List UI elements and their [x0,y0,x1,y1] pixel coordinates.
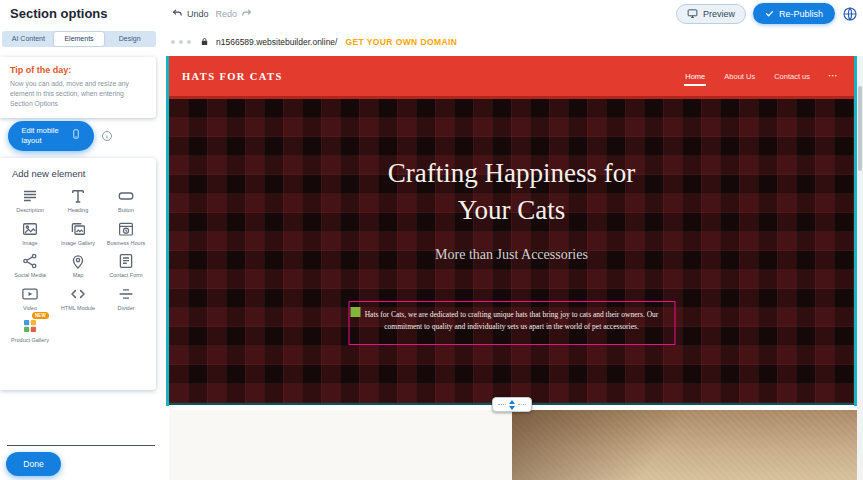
nav-about-us[interactable]: About Us [723,67,756,86]
sidebar-tabs: AI Content Elements Design [2,31,156,47]
element-grid: Description Heading Button Image [6,187,150,344]
element-label: Description [16,207,44,214]
element-label: Divider [117,305,134,312]
window-dot-icon [171,40,175,44]
undo-button[interactable]: Undo [172,8,209,19]
scrollbar-thumb[interactable] [858,86,862,171]
nav-home[interactable]: Home [684,67,706,86]
nav-contact-us[interactable]: Contact us [773,67,811,86]
sidebar: AI Content Elements Design Tip of the da… [0,28,166,480]
element-business-hours[interactable]: Business Hours [102,220,150,247]
element-contact-form[interactable]: Contact Form [102,252,150,279]
topbar-actions: Preview Re-Publish [676,3,858,24]
site-nav: Home About Us Contact us ⋯ [684,67,838,86]
info-icon[interactable] [101,130,113,142]
hero-heading-line1: Crafting Happiness for [169,155,854,192]
monitor-icon [687,8,698,19]
html-module-icon [69,285,87,303]
undo-icon [172,8,183,19]
resize-arrows-icon [509,400,515,410]
element-label: Image Gallery [61,240,95,247]
element-divider[interactable]: Divider [102,285,150,312]
element-label: Map [73,272,84,279]
handle-dots-left [498,404,506,405]
topbar: Section options Undo Redo Preview Re-P [0,0,863,28]
globe-icon[interactable] [842,6,858,22]
hero-heading-line2: Your Cats [169,192,854,229]
preview-button[interactable]: Preview [676,4,746,24]
social-media-icon [21,252,39,270]
sidebar-divider [7,445,155,446]
handle-dots-right [518,404,526,405]
undo-redo-group: Undo Redo [172,8,252,19]
element-html-module[interactable]: HTML Module [54,285,102,312]
nav-more-icon[interactable]: ⋯ [828,71,838,81]
browser-address-bar: n1566589.websitebuilder.online/ GET YOUR… [166,28,863,56]
add-element-title: Add new element [12,168,150,179]
editor-canvas: n1566589.websitebuilder.online/ GET YOUR… [166,28,863,480]
lock-icon [200,37,209,48]
element-label: Business Hours [107,240,146,247]
element-social-media[interactable]: Social Media [6,252,54,279]
element-label: Heading [68,207,89,214]
hero-section[interactable]: Crafting Happiness for Your Cats More th… [169,99,854,405]
element-button[interactable]: Button [102,187,150,214]
republish-label: Re-Publish [779,9,823,19]
tab-ai-content[interactable]: AI Content [3,32,54,46]
element-label: Button [118,207,134,214]
element-description[interactable]: Description [6,187,54,214]
map-icon [69,252,87,270]
image-gallery-icon [69,220,87,238]
video-icon [21,285,39,303]
preview-label: Preview [703,9,735,19]
product-gallery-icon: NEW [21,317,39,335]
element-label: Product Gallery [11,337,49,344]
tab-design[interactable]: Design [104,32,155,46]
hero-heading[interactable]: Crafting Happiness for Your Cats [169,99,854,230]
element-product-gallery[interactable]: NEW Product Gallery [6,317,54,344]
element-label: Image [22,240,37,247]
element-image[interactable]: Image [6,220,54,247]
site-header[interactable]: HATS FOR CATS Home About Us Contact us ⋯ [169,56,854,99]
element-label: Social Media [14,272,46,279]
element-label: Contact Form [109,272,142,279]
divider-icon [117,285,135,303]
done-button[interactable]: Done [6,452,61,476]
contact-form-icon [117,252,135,270]
republish-button[interactable]: Re-Publish [753,3,835,24]
hero-subheading[interactable]: More than Just Accessories [169,247,854,263]
window-dot-icon [179,40,183,44]
hero-text-element-selected[interactable]: Hats for Cats, we are dedicated to craft… [348,301,675,345]
element-heading[interactable]: Heading [54,187,102,214]
phone-icon [71,129,81,144]
get-domain-link[interactable]: GET YOUR OWN DOMAIN [345,37,457,47]
site-logo[interactable]: HATS FOR CATS [182,71,283,82]
image-icon [21,220,39,238]
element-drag-handle[interactable] [350,307,360,317]
redo-label: Redo [216,9,238,19]
section-selection-edge-left [166,56,169,406]
scrollbar-track[interactable] [857,56,863,480]
next-section[interactable] [169,410,857,480]
site-url[interactable]: n1566589.websitebuilder.online/ [216,37,337,47]
redo-button[interactable]: Redo [216,8,253,19]
mobile-layout-row: Edit mobile layout [8,121,113,151]
button-icon [117,187,135,205]
element-video[interactable]: Video [6,285,54,312]
add-element-panel: Add new element Description Heading Butt… [0,158,156,390]
sand-photo [512,410,857,480]
element-image-gallery[interactable]: Image Gallery [54,220,102,247]
heading-icon [69,187,87,205]
hero-body-text: Hats for Cats, we are dedicated to craft… [365,310,659,331]
element-label: Video [23,305,37,312]
business-hours-icon [117,220,135,238]
new-badge: NEW [32,312,49,319]
element-map[interactable]: Map [54,252,102,279]
redo-icon [241,8,252,19]
edit-mobile-layout-label: Edit mobile layout [22,126,64,146]
section-resize-handle[interactable] [492,397,532,412]
undo-label: Undo [187,9,209,19]
edit-mobile-layout-button[interactable]: Edit mobile layout [8,121,94,151]
site-preview-frame: HATS FOR CATS Home About Us Contact us ⋯… [166,56,857,480]
tab-elements[interactable]: Elements [54,32,105,46]
